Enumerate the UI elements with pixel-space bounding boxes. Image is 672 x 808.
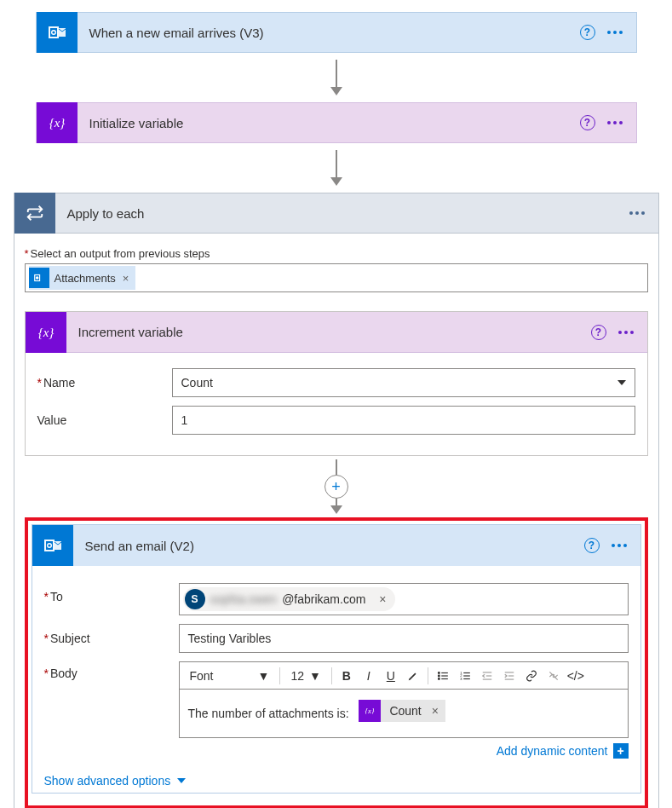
remove-token-icon[interactable]: × <box>123 272 129 285</box>
loop-icon <box>14 193 55 234</box>
bold-button[interactable]: B <box>337 666 356 686</box>
name-label: *Name <box>37 376 172 390</box>
remove-recipient-icon[interactable]: × <box>379 592 386 606</box>
svg-point-19 <box>438 678 439 679</box>
svg-point-13 <box>48 544 50 546</box>
arrow-connector <box>0 143 672 193</box>
menu-icon[interactable] <box>607 31 623 34</box>
font-size-select[interactable]: 12▼ <box>285 669 325 683</box>
help-icon[interactable]: ? <box>580 115 595 130</box>
menu-icon[interactable] <box>629 211 645 215</box>
trigger-title: When a new email arrives (V3) <box>78 26 580 40</box>
help-icon[interactable]: ? <box>584 538 600 553</box>
recipient-domain: @fabrikam.com <box>282 592 365 606</box>
menu-icon[interactable] <box>618 331 634 334</box>
recipient-name-masked: sophia.owen <box>210 592 278 606</box>
recipient-chip[interactable]: S sophia.owen@fabrikam.com × <box>183 587 395 611</box>
name-select[interactable]: Count <box>172 368 635 397</box>
svg-text:3: 3 <box>460 676 462 680</box>
select-output-input[interactable]: Attachments × <box>25 263 648 292</box>
attachments-token[interactable]: Attachments × <box>29 266 136 290</box>
svg-point-15 <box>438 672 439 673</box>
init-variable-card[interactable]: {x} Initialize variable ? <box>36 102 637 143</box>
link-button[interactable] <box>522 666 541 686</box>
value-input[interactable]: 1 <box>172 406 635 435</box>
outlook-icon <box>37 12 78 53</box>
svg-text:{x}: {x} <box>49 116 65 130</box>
bullet-list-button[interactable] <box>434 666 452 686</box>
menu-icon[interactable] <box>607 121 623 124</box>
send-email-highlight: Send an email (V2) ? *To S soph <box>25 517 648 808</box>
increment-variable-title: Increment variable <box>66 325 591 339</box>
init-variable-title: Initialize variable <box>78 116 580 130</box>
rte-toolbar: Font▼ 12▼ B I U <box>179 661 629 689</box>
send-email-header[interactable]: Send an email (V2) ? <box>32 525 640 566</box>
code-view-button[interactable]: </> <box>566 666 585 686</box>
underline-button[interactable]: U <box>382 666 400 686</box>
subject-input[interactable]: Testing Varibles <box>179 624 629 653</box>
add-action-button[interactable]: + <box>325 475 348 499</box>
body-editor[interactable]: The number of attachments is: {x} Count … <box>179 689 629 738</box>
increment-variable-header[interactable]: {x} Increment variable ? <box>26 312 647 353</box>
show-advanced-options-link[interactable]: Show advanced options <box>44 774 629 788</box>
variable-icon: {x} <box>37 102 78 143</box>
svg-point-8 <box>35 276 38 280</box>
unlink-button[interactable] <box>544 666 563 686</box>
apply-to-each-card[interactable]: Apply to each <box>14 193 659 234</box>
svg-text:{x}: {x} <box>37 326 54 339</box>
add-dynamic-content-button[interactable]: + <box>613 743 629 759</box>
indent-button[interactable] <box>500 666 519 686</box>
svg-text:{x}: {x} <box>365 707 375 715</box>
add-action-connector: + <box>25 456 648 517</box>
svg-point-17 <box>438 675 439 677</box>
apply-to-each-body: *Select an output from previous steps At… <box>14 234 659 808</box>
help-icon[interactable]: ? <box>591 325 606 340</box>
color-button[interactable] <box>404 666 422 686</box>
add-dynamic-content-link[interactable]: Add dynamic content <box>497 744 608 758</box>
arrow-connector <box>0 53 672 102</box>
variable-icon: {x} <box>26 312 66 353</box>
chevron-down-icon <box>177 778 186 783</box>
chevron-down-icon <box>617 380 626 385</box>
trigger-card[interactable]: When a new email arrives (V3) ? <box>36 12 637 53</box>
body-text: The number of attachments is: <box>188 707 349 720</box>
number-list-button[interactable]: 123 <box>456 666 474 686</box>
to-label: *To <box>44 583 179 603</box>
select-output-label: *Select an output from previous steps <box>25 247 648 260</box>
to-input[interactable]: S sophia.owen@fabrikam.com × <box>179 583 629 615</box>
value-label: Value <box>37 413 172 427</box>
count-variable-token[interactable]: {x} Count × <box>359 700 445 722</box>
subject-label: *Subject <box>44 632 179 645</box>
menu-icon[interactable] <box>612 544 627 547</box>
help-icon[interactable]: ? <box>580 25 595 40</box>
italic-button[interactable]: I <box>359 666 378 686</box>
outlook-icon <box>29 268 49 288</box>
send-email-title: Send an email (V2) <box>73 539 584 553</box>
svg-point-3 <box>52 31 55 33</box>
increment-variable-card: {x} Increment variable ? *Name Count <box>25 311 648 456</box>
outlook-icon <box>32 525 73 566</box>
font-select[interactable]: Font▼ <box>185 669 275 683</box>
token-label: Attachments <box>55 272 116 285</box>
avatar: S <box>185 589 205 609</box>
body-label: *Body <box>44 661 179 680</box>
variable-icon: {x} <box>359 700 381 722</box>
outdent-button[interactable] <box>478 666 497 686</box>
remove-token-icon[interactable]: × <box>432 704 439 718</box>
apply-to-each-title: Apply to each <box>55 206 629 221</box>
